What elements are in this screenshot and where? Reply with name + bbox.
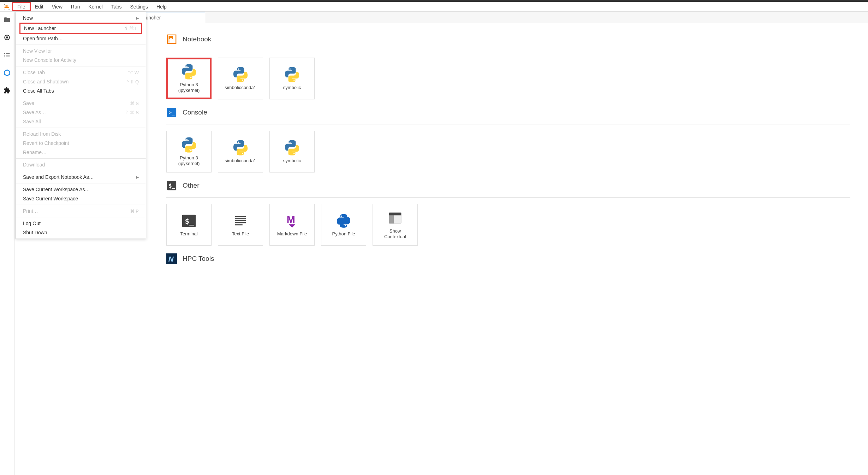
menu-kernel[interactable]: Kernel xyxy=(84,2,107,11)
file-menu-new-console-for-activity: New Console for Activity xyxy=(16,55,146,65)
launcher-card-terminal[interactable]: $_Terminal xyxy=(166,204,212,246)
card-label: symbolic xyxy=(281,158,303,164)
file-menu-save-and-export-notebook-as[interactable]: Save and Export Notebook As…▶ xyxy=(16,172,146,182)
python-icon xyxy=(232,140,249,156)
notebook-icon xyxy=(166,34,177,45)
svg-rect-23 xyxy=(235,222,246,223)
svg-text:$_: $_ xyxy=(169,183,176,189)
python-icon xyxy=(284,66,300,83)
hpc-icon: N xyxy=(166,253,177,264)
menu-separator xyxy=(16,97,146,97)
file-menu-new[interactable]: New▶ xyxy=(16,13,146,23)
menu-item-label: Save Current Workspace As… xyxy=(23,187,90,192)
menu-item-shortcut: ^ ⇧ Q xyxy=(127,79,139,84)
svg-point-7 xyxy=(4,55,5,56)
section-title: Other xyxy=(183,182,200,189)
text-icon xyxy=(232,213,249,229)
file-menu-save-current-workspace-as[interactable]: Save Current Workspace As… xyxy=(16,185,146,194)
menu-file[interactable]: File xyxy=(12,2,31,11)
menu-item-shortcut: ⇧ ⌘ S xyxy=(125,110,139,115)
launcher-section-hpc-tools: NHPC Tools xyxy=(166,253,850,264)
section-header: >_Console xyxy=(166,107,850,118)
console-icon: >_ xyxy=(166,107,177,118)
file-menu-save: Save⌘ S xyxy=(16,99,146,108)
menu-item-label: Save xyxy=(23,100,34,106)
svg-marker-13 xyxy=(169,36,173,39)
svg-rect-20 xyxy=(235,216,246,217)
menu-item-label: Save All xyxy=(23,119,41,124)
menu-item-label: Rename… xyxy=(23,149,47,155)
menu-settings[interactable]: Settings xyxy=(126,2,153,11)
menu-item-label: Print… xyxy=(23,208,38,214)
file-menu-save-current-workspace[interactable]: Save Current Workspace xyxy=(16,194,146,203)
launcher-section-console: >_ConsolePython 3 (ipykernel)simboliccon… xyxy=(166,107,850,172)
launcher-card-show[interactable]: Show Contextual xyxy=(373,204,418,246)
launcher-card-python-3[interactable]: Python 3 (ipykernel) xyxy=(166,131,212,172)
file-menu-new-launcher[interactable]: New Launcher⇧ ⌘ L xyxy=(20,24,141,33)
menu-item-label: New Console for Activity xyxy=(23,57,76,63)
running-icon[interactable] xyxy=(3,34,11,41)
launcher-card-simbolicconda1[interactable]: simbolicconda1 xyxy=(218,131,263,172)
section-title: HPC Tools xyxy=(183,255,214,263)
svg-marker-11 xyxy=(5,70,10,76)
svg-rect-6 xyxy=(6,53,10,54)
file-menu-open-from-path[interactable]: Open from Path… xyxy=(16,34,146,43)
file-menu-reload-from-disk: Reload from Disk xyxy=(16,129,146,139)
menu-item-label: New Launcher xyxy=(24,25,56,31)
card-label: Markdown File xyxy=(275,231,309,237)
file-menu-close-and-shutdown: Close and Shutdown^ ⇧ Q xyxy=(16,77,146,86)
other-icon: $_ xyxy=(166,180,177,191)
section-divider xyxy=(166,124,850,124)
launcher-card-text-file[interactable]: Text File xyxy=(218,204,263,246)
menu-item-label: Save and Export Notebook As… xyxy=(23,174,94,180)
section-divider xyxy=(166,197,850,198)
file-menu-log-out[interactable]: Log Out xyxy=(16,219,146,228)
menu-item-label: New xyxy=(23,15,33,21)
svg-rect-29 xyxy=(389,215,394,223)
section-header: NHPC Tools xyxy=(166,253,850,264)
section-divider xyxy=(166,51,850,51)
puzzle-icon[interactable] xyxy=(3,87,11,94)
card-row: $_TerminalText FileMMarkdown FilePython … xyxy=(166,204,850,246)
menu-edit[interactable]: Edit xyxy=(31,2,48,11)
file-menu-close-all-tabs[interactable]: Close All Tabs xyxy=(16,86,146,95)
launcher-card-python-file[interactable]: Python File xyxy=(321,204,366,246)
folder-icon[interactable] xyxy=(3,16,11,24)
menu-item-label: Revert to Checkpoint xyxy=(23,140,69,146)
svg-rect-8 xyxy=(6,55,10,55)
pyfile-icon xyxy=(335,213,352,229)
svg-rect-4 xyxy=(6,37,8,39)
menu-separator xyxy=(16,217,146,217)
launcher-card-python-3[interactable]: Python 3 (ipykernel) xyxy=(166,58,212,99)
svg-rect-10 xyxy=(6,57,10,57)
python-icon xyxy=(284,140,300,156)
launcher-card-simbolicconda1[interactable]: simbolicconda1 xyxy=(218,58,263,99)
menu-separator xyxy=(16,183,146,183)
launcher-card-symbolic[interactable]: symbolic xyxy=(269,131,315,172)
card-label: simbolicconda1 xyxy=(222,85,258,90)
svg-point-2 xyxy=(5,9,5,10)
launcher-card-markdown-file[interactable]: MMarkdown File xyxy=(269,204,315,246)
menu-separator xyxy=(16,66,146,66)
menu-help[interactable]: Help xyxy=(152,2,171,11)
activity-bar xyxy=(0,12,14,475)
menu-item-label: New View for xyxy=(23,48,52,54)
menu-tabs[interactable]: Tabs xyxy=(107,2,126,11)
hex-icon[interactable] xyxy=(3,69,11,77)
card-label: symbolic xyxy=(281,85,303,90)
launcher-section-notebook: NotebookPython 3 (ipykernel)simboliccond… xyxy=(166,34,850,99)
svg-rect-28 xyxy=(389,212,402,215)
dock-panel: LauncherNotebookPython 3 (ipykernel)simb… xyxy=(135,12,868,475)
python-icon xyxy=(181,64,197,80)
card-label: Terminal xyxy=(178,231,200,237)
file-menu-shut-down[interactable]: Shut Down xyxy=(16,228,146,237)
tab-bar: Launcher xyxy=(135,12,868,23)
menu-item-label: Save As… xyxy=(23,110,46,115)
launcher-body[interactable]: NotebookPython 3 (ipykernel)simboliccond… xyxy=(135,23,868,475)
menu-view[interactable]: View xyxy=(48,2,67,11)
markdown-icon: M xyxy=(284,213,300,229)
menu-item-label: Close All Tabs xyxy=(23,88,54,94)
launcher-card-symbolic[interactable]: symbolic xyxy=(269,58,315,99)
menu-run[interactable]: Run xyxy=(67,2,84,11)
toc-icon[interactable] xyxy=(3,51,11,59)
